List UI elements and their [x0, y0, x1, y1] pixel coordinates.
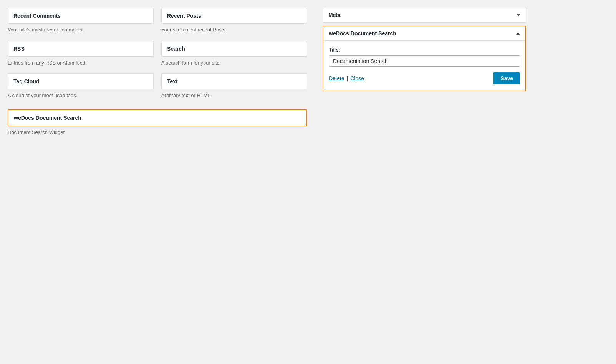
chevron-up-icon: [516, 32, 520, 35]
save-button[interactable]: Save: [493, 72, 520, 84]
sidebar-widget-meta[interactable]: Meta: [323, 8, 526, 23]
widget-grid: Recent Comments Your site's most recent …: [8, 8, 307, 106]
widget-card-search[interactable]: Search: [161, 41, 307, 57]
widget-desc-search: A search form for your site.: [161, 59, 307, 67]
widget-title-recent-posts: Recent Posts: [167, 13, 201, 19]
widget-title-search: Search: [167, 46, 185, 52]
sidebar-widget-wedocs-expanded: weDocs Document Search Title: Delete | C…: [323, 26, 526, 91]
widget-tag-cloud: Tag Cloud A cloud of your most used tags…: [8, 73, 154, 106]
actions-separator: |: [346, 75, 348, 81]
widget-title-rss: RSS: [13, 46, 25, 52]
widget-actions-left: Delete | Close: [329, 75, 364, 81]
sidebar-widget-wedocs-title: weDocs Document Search: [329, 30, 396, 36]
close-button[interactable]: Close: [350, 75, 364, 81]
widget-actions: Delete | Close Save: [329, 72, 520, 84]
widget-title-tag-cloud: Tag Cloud: [13, 78, 39, 84]
title-field-label: Title:: [329, 47, 520, 53]
widget-card-recent-posts[interactable]: Recent Posts: [161, 8, 307, 24]
delete-button[interactable]: Delete: [329, 75, 344, 81]
widget-card-rss[interactable]: RSS: [8, 41, 154, 57]
available-widgets-panel: Recent Comments Your site's most recent …: [8, 8, 307, 356]
widget-wedocs-container: weDocs Document Search Document Search W…: [8, 109, 307, 136]
widget-title-text: Text: [167, 78, 178, 84]
widget-desc-recent-posts: Your site's most recent Posts.: [161, 26, 307, 34]
widget-card-recent-comments[interactable]: Recent Comments: [8, 8, 154, 24]
widget-desc-rss: Entries from any RSS or Atom feed.: [8, 59, 154, 67]
widget-card-tag-cloud[interactable]: Tag Cloud: [8, 73, 154, 89]
widget-card-wedocs[interactable]: weDocs Document Search: [8, 109, 307, 126]
chevron-down-icon: [517, 14, 520, 16]
sidebar-widget-wedocs-body: Title: Delete | Close Save: [323, 41, 525, 91]
widget-card-text[interactable]: Text: [161, 73, 307, 89]
widget-desc-tag-cloud: A cloud of your most used tags.: [8, 92, 154, 99]
widget-search: Search A search form for your site.: [161, 41, 307, 74]
sidebar-panel: Meta weDocs Document Search Title: Delet…: [323, 8, 526, 356]
widget-rss: RSS Entries from any RSS or Atom feed.: [8, 41, 154, 74]
widget-desc-text: Arbitrary text or HTML.: [161, 92, 307, 99]
widget-desc-recent-comments: Your site's most recent comments.: [8, 26, 154, 34]
title-input[interactable]: [329, 55, 520, 67]
sidebar-widget-meta-header[interactable]: Meta: [323, 8, 526, 22]
widget-recent-comments: Recent Comments Your site's most recent …: [8, 8, 154, 41]
widget-desc-wedocs: Document Search Widget: [8, 129, 307, 136]
widget-recent-posts: Recent Posts Your site's most recent Pos…: [161, 8, 307, 41]
widget-text: Text Arbitrary text or HTML.: [161, 73, 307, 106]
widget-title-wedocs: weDocs Document Search: [14, 115, 81, 121]
widget-title-recent-comments: Recent Comments: [13, 13, 61, 19]
sidebar-widget-meta-title: Meta: [328, 12, 341, 18]
sidebar-widget-wedocs-header[interactable]: weDocs Document Search: [323, 26, 525, 41]
